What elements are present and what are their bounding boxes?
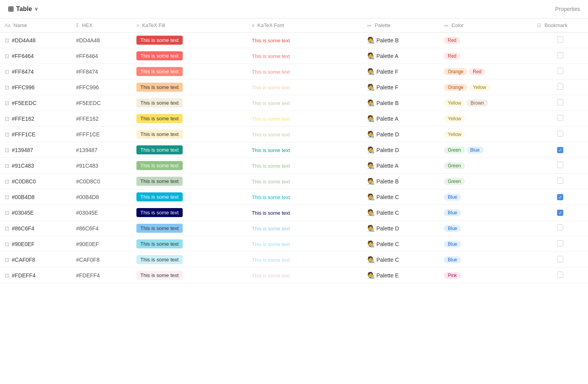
hex-value: #DD4A48	[76, 37, 100, 43]
color-tag: Red	[469, 68, 485, 75]
katex-fill-badge: This is some text	[136, 114, 183, 123]
palette-value: 🧑‍🎨Palette C	[367, 193, 434, 201]
katex-fill-badge: This is some text	[136, 161, 183, 170]
row-expand-icon[interactable]: ⊡	[5, 100, 9, 106]
hex-value: #91C483	[76, 163, 98, 169]
th-name: Aa Name	[0, 18, 71, 33]
palette-value: 🧑‍🎨Palette D	[367, 225, 434, 232]
bookmark-checkbox[interactable]: ✓	[557, 194, 563, 200]
katex-font-text: This is some text	[252, 241, 290, 247]
katex-font-text: This is some text	[252, 210, 290, 216]
katex-fill-badge: This is some text	[136, 83, 183, 92]
table-row: ⊡#F5EEDC#F5EEDCThis is some textThis is …	[0, 95, 588, 111]
palette-emoji: 🧑‍🎨	[367, 162, 375, 169]
bookmark-checkbox[interactable]	[557, 68, 563, 74]
row-expand-icon[interactable]: ⊡	[5, 194, 9, 200]
bookmark-checkbox[interactable]	[557, 36, 563, 43]
bookmark-checkbox[interactable]: ✓	[557, 210, 563, 216]
palette-label: Palette D	[376, 225, 399, 232]
fill-col-icon: ≡	[136, 23, 139, 28]
katex-fill-badge: This is some text	[136, 255, 183, 264]
row-expand-icon[interactable]: ⊡	[5, 163, 9, 169]
color-tag: Blue	[466, 147, 484, 154]
palette-label: Palette C	[376, 257, 399, 263]
palette-label: Palette C	[376, 210, 399, 216]
katex-font-text: This is some text	[252, 100, 290, 106]
table-row: ⊡#FFC996#FFC996This is some textThis is …	[0, 80, 588, 95]
palette-emoji: 🧑‍🎨	[367, 115, 375, 122]
color-name: #C0D8C0	[12, 178, 36, 185]
row-expand-icon[interactable]: ⊡	[5, 178, 9, 185]
color-name: #86C6F4	[12, 225, 34, 232]
palette-value: 🧑‍🎨Palette C	[367, 209, 434, 216]
row-expand-icon[interactable]: ⊡	[5, 225, 9, 232]
row-expand-icon[interactable]: ⊡	[5, 147, 9, 153]
properties-label[interactable]: Properties	[555, 6, 580, 12]
bookmark-checkbox[interactable]	[557, 99, 563, 105]
hex-value: #FDEFF4	[76, 272, 100, 279]
palette-emoji: 🧑‍🎨	[367, 146, 375, 154]
color-tags: Green	[444, 178, 528, 185]
color-tag: Blue	[444, 194, 461, 201]
row-expand-icon[interactable]: ⊡	[5, 272, 9, 279]
color-tags: Blue	[444, 241, 528, 248]
color-tags: Red	[444, 53, 528, 60]
color-tag: Pink	[444, 272, 461, 279]
katex-fill-badge: This is some text	[136, 130, 183, 139]
katex-fill-badge: This is some text	[136, 145, 183, 154]
row-expand-icon[interactable]: ⊡	[5, 53, 9, 59]
palette-label: Palette A	[376, 163, 398, 169]
chevron-down-icon[interactable]: ∨	[34, 6, 38, 12]
table-row: ⊡#FFF1CE#FFF1CEThis is some textThis is …	[0, 127, 588, 142]
hex-value: #C0D8C0	[76, 178, 100, 185]
palette-emoji: 🧑‍🎨	[367, 225, 375, 232]
bookmark-checkbox[interactable]	[557, 256, 563, 262]
katex-fill-badge: This is some text	[136, 224, 183, 233]
row-expand-icon[interactable]: ⊡	[5, 37, 9, 43]
bookmark-checkbox[interactable]: ✓	[557, 147, 563, 153]
bookmark-checkbox[interactable]	[557, 130, 563, 137]
katex-fill-badge: This is some text	[136, 177, 183, 186]
hex-value: #CAF0F8	[76, 257, 100, 263]
bookmark-checkbox[interactable]	[557, 178, 563, 184]
row-expand-icon[interactable]: ⊡	[5, 257, 9, 263]
table-title: Table	[16, 5, 32, 13]
row-expand-icon[interactable]: ⊡	[5, 210, 9, 216]
table-row: ⊡#03045E#03045EThis is some textThis is …	[0, 205, 588, 221]
bookmark-checkbox[interactable]	[557, 52, 563, 58]
color-name: #F5EEDC	[12, 100, 36, 106]
bookmark-checkbox[interactable]	[557, 83, 563, 90]
palette-value: 🧑‍🎨Palette E	[367, 272, 434, 279]
bookmark-checkbox[interactable]	[557, 115, 563, 121]
color-tag: Red	[444, 37, 460, 44]
color-name: #90E0EF	[12, 241, 34, 247]
color-tag: Blue	[444, 225, 461, 232]
bookmark-checkbox[interactable]	[557, 225, 563, 231]
palette-value: 🧑‍🎨Palette B	[367, 36, 434, 44]
table-title-group[interactable]: ⊞ Table ∨	[8, 5, 38, 13]
row-expand-icon[interactable]: ⊡	[5, 69, 9, 75]
bookmark-checkbox[interactable]	[557, 272, 563, 278]
bookmark-checkbox[interactable]	[557, 162, 563, 168]
color-name: #139487	[12, 147, 33, 153]
bookmark-checkbox[interactable]	[557, 240, 563, 246]
color-name: #FDEFF4	[12, 272, 36, 279]
katex-font-text: This is some text	[252, 257, 290, 263]
hex-value: #FFF1CE	[76, 131, 100, 138]
table-row: ⊡#FFE162#FFE162This is some textThis is …	[0, 111, 588, 127]
palette-value: 🧑‍🎨Palette A	[367, 52, 434, 60]
row-expand-icon[interactable]: ⊡	[5, 116, 9, 122]
main-table: Aa Name Σ HEX ≡ KaTeX Fill ≡ KaTeX Font …	[0, 18, 588, 283]
hex-value: #F5EEDC	[76, 100, 101, 106]
katex-font-text: This is some text	[252, 179, 290, 185]
row-expand-icon[interactable]: ⊡	[5, 131, 9, 138]
row-expand-icon[interactable]: ⊡	[5, 84, 9, 91]
table-icon: ⊞	[8, 5, 14, 13]
palette-emoji: 🧑‍🎨	[367, 193, 375, 201]
table-row: ⊡#91C483#91C483This is some textThis is …	[0, 158, 588, 174]
palette-label: Palette E	[376, 272, 399, 279]
color-name: #FFE162	[12, 116, 34, 122]
row-expand-icon[interactable]: ⊡	[5, 241, 9, 247]
palette-label: Palette B	[376, 37, 399, 43]
color-tag: Green	[444, 147, 465, 154]
